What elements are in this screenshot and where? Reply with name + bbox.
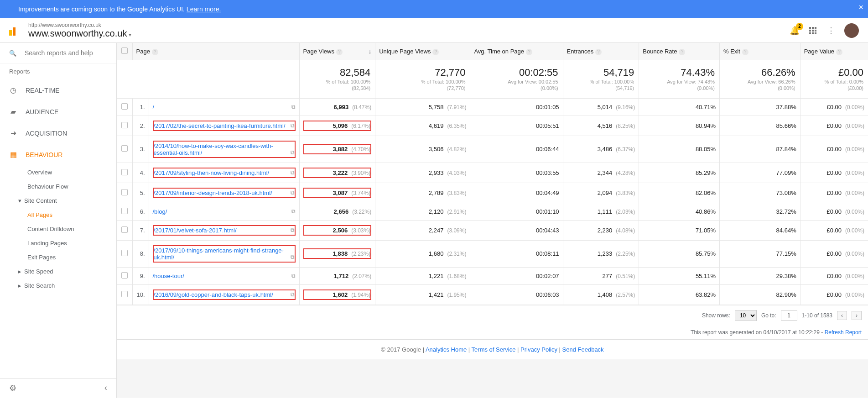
subnav-site-speed[interactable]: ▸Site Speed bbox=[18, 264, 116, 279]
row-checkbox[interactable] bbox=[121, 122, 128, 128]
totals-row: 82,584% of Total: 100.00%(82,584) 72,770… bbox=[117, 60, 868, 99]
refresh-report-link[interactable]: Refresh Report bbox=[825, 329, 862, 336]
page-path-link[interactable]: /2017/09/interior-design-trends-2018-uk.… bbox=[154, 189, 272, 196]
external-link-icon[interactable]: ⧉ bbox=[291, 227, 295, 233]
row-index: 6. bbox=[132, 203, 149, 220]
clock-icon: ◷ bbox=[9, 86, 17, 95]
subnav-exit-pages[interactable]: Exit Pages bbox=[27, 250, 116, 264]
topbar: http://www.swoonworthy.co.uk www.swoonwo… bbox=[0, 18, 868, 43]
subnav-all-pages[interactable]: All Pages bbox=[27, 208, 116, 222]
rows-select[interactable]: 10 bbox=[735, 310, 757, 321]
subnav-behaviour-flow[interactable]: Behaviour Flow bbox=[27, 179, 116, 194]
page-path-link[interactable]: /2017/02/the-secret-to-painting-ikea-fur… bbox=[154, 122, 286, 129]
row-index: 8. bbox=[132, 240, 149, 267]
sidebar-item-realtime[interactable]: ◷ REAL-TIME bbox=[0, 79, 116, 101]
subnav-content-drilldown[interactable]: Content Drilldown bbox=[27, 222, 116, 236]
sidebar-item-audience[interactable]: ▰ AUDIENCE bbox=[0, 101, 116, 122]
col-pageviews[interactable]: Page Views?↓ bbox=[299, 43, 375, 60]
help-icon[interactable]: ? bbox=[432, 49, 439, 55]
footer-link[interactable]: Send Feedback bbox=[562, 346, 604, 353]
table-row: 7./2017/01/velvet-sofa-2017.html/⧉2,506(… bbox=[117, 220, 868, 240]
external-link-icon[interactable]: ⧉ bbox=[291, 104, 296, 110]
page-path-link[interactable]: /2016/09/gold-copper-and-black-taps-uk.h… bbox=[154, 291, 273, 298]
row-checkbox[interactable] bbox=[121, 208, 128, 214]
more-icon[interactable]: ⋮ bbox=[826, 26, 836, 36]
sidebar-item-behaviour[interactable]: ▦ BEHAVIOUR bbox=[0, 144, 116, 165]
pager: Show rows: 10 Go to: 1-10 of 1583 ‹ › bbox=[117, 305, 868, 326]
footer-link[interactable]: Terms of Service bbox=[472, 346, 516, 353]
property-name: www.swoonworthy.co.uk bbox=[28, 28, 790, 39]
avatar[interactable] bbox=[844, 23, 859, 38]
table-row: 9./house-tour/⧉1,712(2.07%)1,221(1.68%)0… bbox=[117, 267, 868, 284]
page-path-link[interactable]: /2017/01/velvet-sofa-2017.html/ bbox=[154, 227, 237, 234]
page-path-link[interactable]: /house-tour/ bbox=[153, 273, 184, 279]
property-selector[interactable]: http://www.swoonworthy.co.uk www.swoonwo… bbox=[28, 22, 790, 39]
col-upv[interactable]: Unique Page Views? bbox=[375, 43, 470, 60]
row-checkbox[interactable] bbox=[121, 145, 128, 152]
search-box[interactable]: 🔍 bbox=[0, 43, 116, 63]
external-link-icon[interactable]: ⧉ bbox=[291, 122, 295, 129]
footer-link[interactable]: Privacy Policy bbox=[520, 346, 557, 353]
table-row: 10./2016/09/gold-copper-and-black-taps-u… bbox=[117, 284, 868, 305]
row-index: 7. bbox=[132, 220, 149, 240]
row-checkbox[interactable] bbox=[121, 169, 128, 175]
page-path-link[interactable]: /2017/09/10-things-americans-might-find-… bbox=[154, 247, 284, 261]
banner-learn-more-link[interactable]: Learn more. bbox=[187, 5, 221, 13]
external-link-icon[interactable]: ⧉ bbox=[291, 149, 295, 156]
apps-icon[interactable] bbox=[808, 26, 818, 36]
row-checkbox[interactable] bbox=[121, 250, 128, 256]
main-content: Page? Page Views?↓ Unique Page Views? Av… bbox=[117, 43, 868, 398]
subnav-landing-pages[interactable]: Landing Pages bbox=[27, 236, 116, 250]
goto-input[interactable] bbox=[781, 310, 797, 321]
help-icon[interactable]: ? bbox=[679, 49, 685, 55]
external-link-icon[interactable]: ⧉ bbox=[291, 291, 295, 298]
row-checkbox[interactable] bbox=[121, 272, 128, 279]
next-page-button[interactable]: › bbox=[852, 311, 862, 320]
row-checkbox[interactable] bbox=[121, 226, 128, 233]
table-row: 2./2017/02/the-secret-to-painting-ikea-f… bbox=[117, 116, 868, 136]
help-icon[interactable]: ? bbox=[595, 49, 602, 55]
col-value[interactable]: Page Value? bbox=[800, 43, 868, 60]
layout-icon: ▦ bbox=[9, 150, 17, 159]
row-checkbox[interactable] bbox=[121, 103, 128, 110]
bell-icon[interactable]: 🔔 2 bbox=[790, 26, 800, 36]
page-path-link[interactable]: /blog/ bbox=[153, 208, 167, 215]
external-link-icon[interactable]: ⧉ bbox=[291, 189, 295, 196]
prev-page-button[interactable]: ‹ bbox=[837, 311, 847, 320]
footer-link[interactable]: Analytics Home bbox=[426, 346, 467, 353]
subnav-site-search[interactable]: ▸Site Search bbox=[18, 279, 116, 293]
collapse-icon[interactable]: ‹ bbox=[104, 383, 107, 393]
page-path-link[interactable]: / bbox=[153, 104, 155, 110]
row-index: 5. bbox=[132, 183, 149, 203]
help-icon[interactable]: ? bbox=[742, 49, 748, 55]
page-path-link[interactable]: /2014/10/how-to-make-soy-wax-candles-wit… bbox=[154, 142, 273, 156]
external-link-icon[interactable]: ⧉ bbox=[291, 208, 296, 215]
search-input[interactable] bbox=[25, 49, 102, 57]
row-checkbox[interactable] bbox=[121, 291, 128, 297]
external-link-icon[interactable]: ⧉ bbox=[291, 273, 296, 279]
col-exit[interactable]: % Exit? bbox=[719, 43, 800, 60]
property-url: http://www.swoonworthy.co.uk bbox=[28, 22, 790, 28]
col-avgtime[interactable]: Avg. Time on Page? bbox=[470, 43, 563, 60]
analytics-logo-icon bbox=[9, 26, 19, 36]
sidebar-item-acquisition[interactable]: ➜ ACQUISITION bbox=[0, 122, 116, 144]
row-checkbox[interactable] bbox=[121, 189, 128, 195]
subnav-overview[interactable]: Overview bbox=[27, 165, 116, 179]
gear-icon[interactable]: ⚙ bbox=[9, 383, 16, 393]
help-icon[interactable]: ? bbox=[152, 49, 158, 55]
table-row: 3./2014/10/how-to-make-soy-wax-candles-w… bbox=[117, 136, 868, 163]
footer: © 2017 Google | Analytics Home | Terms o… bbox=[117, 339, 868, 359]
external-link-icon[interactable]: ⧉ bbox=[291, 169, 295, 176]
col-bounce[interactable]: Bounce Rate? bbox=[639, 43, 720, 60]
col-entrances[interactable]: Entrances? bbox=[563, 43, 639, 60]
external-link-icon[interactable]: ⧉ bbox=[291, 254, 295, 260]
help-icon[interactable]: ? bbox=[836, 49, 842, 55]
subnav-site-content[interactable]: ▾Site Content bbox=[18, 194, 116, 208]
close-icon[interactable]: × bbox=[858, 3, 863, 12]
select-all-checkbox[interactable] bbox=[121, 47, 128, 54]
row-index: 9. bbox=[132, 267, 149, 284]
table-row: 4./2017/09/styling-then-now-living-dinin… bbox=[117, 163, 868, 183]
page-path-link[interactable]: /2017/09/styling-then-now-living-dining.… bbox=[154, 169, 270, 176]
help-icon[interactable]: ? bbox=[526, 49, 532, 55]
help-icon[interactable]: ? bbox=[336, 49, 343, 55]
